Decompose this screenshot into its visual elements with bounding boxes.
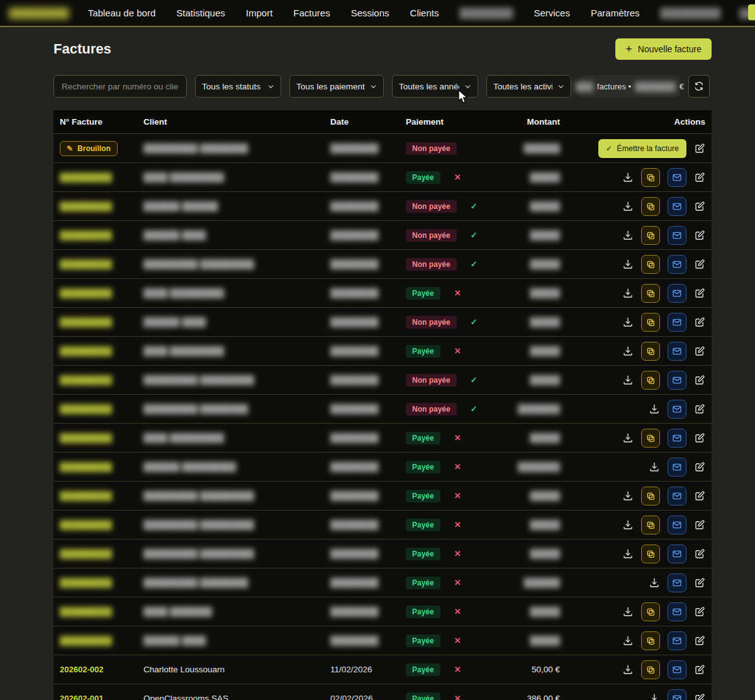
copy-button[interactable] (641, 197, 660, 216)
payment-toggle[interactable]: ✓ (471, 375, 478, 385)
payment-toggle[interactable]: ✕ (454, 288, 461, 298)
payment-toggle[interactable]: ✕ (454, 578, 461, 587)
download-button[interactable] (622, 346, 634, 357)
edit-button[interactable] (694, 288, 705, 299)
mail-button[interactable] (668, 689, 686, 700)
payment-toggle[interactable]: ✓ (471, 404, 478, 414)
download-button[interactable] (649, 404, 660, 415)
payment-toggle[interactable]: ✕ (454, 636, 461, 645)
mail-button[interactable] (668, 429, 686, 448)
mail-button[interactable] (668, 602, 686, 621)
year-select[interactable]: Toutes les années (392, 75, 478, 98)
mail-button[interactable] (668, 226, 686, 245)
mail-button[interactable] (668, 631, 686, 650)
download-button[interactable] (622, 375, 634, 386)
download-button[interactable] (622, 635, 634, 646)
nav-item-tableau-de-bord[interactable]: Tableau de bord (88, 8, 156, 18)
payment-toggle[interactable]: ✕ (454, 520, 461, 529)
copy-button[interactable] (641, 487, 660, 505)
download-button[interactable] (622, 606, 634, 618)
edit-button[interactable] (694, 664, 705, 675)
copy-button[interactable] (641, 602, 660, 621)
copy-button[interactable] (641, 342, 660, 361)
edit-button[interactable] (694, 577, 705, 589)
payment-toggle[interactable]: ✕ (454, 346, 461, 356)
refresh-button[interactable] (688, 75, 710, 98)
edit-button[interactable] (694, 143, 705, 154)
copy-button[interactable] (641, 168, 660, 187)
download-button[interactable] (622, 230, 634, 241)
mail-button[interactable] (668, 660, 686, 679)
mail-button[interactable] (668, 313, 686, 332)
payment-toggle[interactable]: ✕ (454, 665, 461, 674)
mail-button[interactable] (668, 400, 686, 419)
search-input[interactable] (53, 75, 187, 98)
mail-button[interactable] (668, 284, 686, 303)
download-button[interactable] (622, 519, 634, 531)
payment-toggle[interactable]: ✕ (454, 172, 461, 182)
copy-button[interactable] (641, 660, 660, 679)
payment-toggle[interactable]: ✕ (454, 607, 461, 616)
edit-button[interactable] (694, 432, 705, 444)
nav-corner-button[interactable] (748, 4, 755, 20)
status-select[interactable]: Tous les statuts (195, 75, 281, 98)
edit-button[interactable] (694, 519, 705, 531)
edit-button[interactable] (694, 259, 705, 270)
download-button[interactable] (622, 490, 634, 502)
download-button[interactable] (649, 461, 660, 473)
payment-toggle[interactable]: ✕ (454, 549, 461, 558)
download-button[interactable] (622, 664, 634, 675)
download-button[interactable] (622, 172, 634, 183)
payment-toggle[interactable]: ✓ (471, 317, 478, 327)
emit-invoice-button[interactable]: ✓ Émettre la facture (598, 139, 686, 158)
edit-button[interactable] (694, 461, 705, 473)
copy-button[interactable] (641, 284, 660, 303)
mail-button[interactable] (668, 458, 686, 477)
payment-toggle[interactable]: ✕ (454, 433, 461, 443)
activity-select[interactable]: Toutes les activités (486, 75, 571, 98)
nav-item-statistiques[interactable]: Statistiques (176, 8, 225, 18)
edit-button[interactable] (694, 404, 705, 415)
edit-button[interactable] (694, 230, 705, 241)
mail-button[interactable] (668, 487, 686, 505)
edit-button[interactable] (694, 201, 705, 212)
nav-item-factures[interactable]: Factures (293, 8, 330, 18)
download-button[interactable] (622, 548, 634, 560)
copy-button[interactable] (641, 255, 660, 274)
mail-button[interactable] (668, 168, 686, 187)
copy-button[interactable] (641, 545, 660, 563)
payment-toggle[interactable]: ✕ (454, 491, 461, 500)
edit-button[interactable] (694, 606, 705, 618)
mail-button[interactable] (668, 197, 686, 216)
payment-toggle[interactable]: ✓ (471, 230, 478, 240)
nav-item-sessions[interactable]: Sessions (351, 8, 389, 18)
mail-button[interactable] (668, 342, 686, 361)
mail-button[interactable] (668, 516, 686, 534)
payment-toggle[interactable]: ✕ (454, 694, 461, 700)
mail-button[interactable] (668, 255, 686, 274)
mail-button[interactable] (668, 371, 686, 390)
copy-button[interactable] (641, 313, 660, 332)
nav-item-redacted[interactable]: █████████ (661, 8, 721, 18)
nav-item-redacted[interactable]: ████████ (459, 8, 513, 18)
download-button[interactable] (649, 577, 660, 589)
edit-button[interactable] (694, 490, 705, 502)
nav-item-services[interactable]: Services (534, 8, 570, 18)
download-button[interactable] (622, 259, 634, 270)
edit-button[interactable] (694, 693, 705, 700)
new-invoice-button[interactable]: + Nouvelle facture (615, 38, 712, 60)
edit-button[interactable] (694, 375, 705, 386)
copy-button[interactable] (641, 429, 660, 448)
payment-toggle[interactable]: ✓ (471, 201, 478, 211)
edit-button[interactable] (694, 317, 705, 328)
download-button[interactable] (622, 288, 634, 299)
edit-button[interactable] (694, 346, 705, 357)
payment-select[interactable]: Tous les paiements (289, 75, 384, 98)
download-button[interactable] (622, 432, 634, 444)
download-button[interactable] (622, 317, 634, 328)
mail-button[interactable] (668, 545, 686, 563)
download-button[interactable] (622, 201, 634, 212)
payment-toggle[interactable]: ✓ (471, 259, 478, 269)
copy-button[interactable] (641, 516, 660, 534)
edit-button[interactable] (694, 172, 705, 183)
